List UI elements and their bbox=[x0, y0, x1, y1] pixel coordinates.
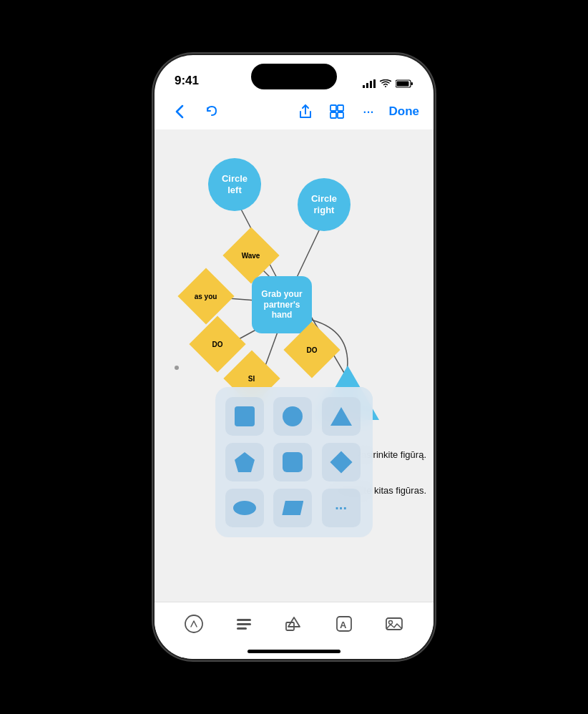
svg-point-19 bbox=[185, 615, 202, 632]
canvas-area[interactable]: Circle left Circle right Wave as you Gra… bbox=[155, 129, 433, 602]
svg-rect-10 bbox=[338, 112, 343, 118]
shape-more-button[interactable]: ··· bbox=[322, 489, 361, 527]
shape-oval-button[interactable] bbox=[225, 489, 264, 527]
toolbar-right: ··· Done bbox=[295, 101, 420, 122]
svg-rect-3 bbox=[373, 79, 376, 88]
circle-right-label: Circle right bbox=[311, 193, 337, 215]
shape-square-button[interactable] bbox=[225, 397, 264, 436]
svg-rect-6 bbox=[397, 82, 409, 87]
svg-rect-2 bbox=[370, 81, 372, 88]
media-tool-button[interactable] bbox=[381, 611, 407, 637]
battery-icon bbox=[396, 79, 413, 88]
oval-icon bbox=[233, 501, 256, 515]
shape-diamond-button[interactable] bbox=[322, 443, 361, 481]
format-tool-button[interactable]: A bbox=[331, 611, 357, 637]
svg-text:A: A bbox=[340, 620, 347, 630]
shapes-tool-button[interactable] bbox=[281, 611, 307, 637]
shape-circle-button[interactable] bbox=[273, 397, 312, 436]
wave-diamond[interactable]: Wave bbox=[222, 227, 279, 283]
status-icons bbox=[363, 79, 413, 88]
list-tool-button[interactable] bbox=[231, 611, 257, 637]
circle-left-node[interactable]: Circle left bbox=[208, 158, 261, 211]
shape-picker-panel: ··· bbox=[215, 387, 373, 537]
square-icon bbox=[235, 406, 255, 426]
more-shapes-icon: ··· bbox=[335, 500, 347, 517]
share-button[interactable] bbox=[295, 101, 316, 122]
scroll-indicator bbox=[175, 366, 179, 370]
asyou-diamond[interactable]: as you bbox=[177, 268, 234, 324]
svg-rect-7 bbox=[330, 105, 336, 111]
toolbar-left bbox=[169, 101, 223, 122]
si-label: SI bbox=[248, 374, 255, 382]
more-button[interactable]: ··· bbox=[358, 101, 379, 122]
phone-frame: 9:41 bbox=[155, 55, 433, 659]
svg-rect-0 bbox=[363, 85, 365, 88]
do-left-label: DO bbox=[212, 341, 223, 348]
asyou-label: as you bbox=[195, 293, 217, 300]
diamond-icon bbox=[330, 451, 352, 473]
svg-rect-21 bbox=[237, 623, 251, 625]
back-button[interactable] bbox=[169, 101, 190, 122]
toolbar: ··· Done bbox=[155, 94, 433, 129]
svg-rect-9 bbox=[330, 112, 336, 118]
pentagon-icon bbox=[235, 452, 255, 472]
svg-rect-22 bbox=[237, 627, 247, 630]
shape-triangle-button[interactable] bbox=[322, 397, 361, 436]
parallelogram-icon bbox=[282, 501, 303, 515]
shape-rounded-sq-button[interactable] bbox=[273, 443, 312, 481]
wave-label: Wave bbox=[242, 251, 260, 259]
wifi-icon bbox=[380, 79, 391, 88]
circle-icon bbox=[283, 406, 303, 426]
circle-right-node[interactable]: Circle right bbox=[298, 178, 351, 231]
dynamic-island bbox=[251, 64, 337, 89]
do-right-label: DO bbox=[307, 346, 318, 354]
svg-point-27 bbox=[389, 620, 393, 624]
undo-button[interactable] bbox=[202, 101, 223, 122]
svg-rect-1 bbox=[366, 83, 368, 88]
svg-rect-8 bbox=[338, 105, 343, 111]
shape-pentagon-button[interactable] bbox=[225, 443, 264, 481]
svg-rect-20 bbox=[237, 619, 251, 621]
center-node-label: Grab your partner's hand bbox=[261, 289, 302, 320]
triangle-icon bbox=[330, 407, 352, 426]
signal-icon bbox=[363, 79, 376, 88]
home-indicator bbox=[248, 650, 340, 653]
svg-rect-5 bbox=[411, 82, 413, 85]
rounded-square-icon bbox=[283, 452, 303, 472]
shape-parallelogram-button[interactable] bbox=[273, 489, 312, 527]
status-time: 9:41 bbox=[175, 74, 199, 88]
pen-tool-button[interactable] bbox=[181, 611, 207, 637]
grid-button[interactable] bbox=[326, 101, 348, 122]
done-button[interactable]: Done bbox=[389, 104, 420, 119]
center-node[interactable]: Grab your partner's hand bbox=[252, 276, 312, 333]
circle-left-label: Circle left bbox=[222, 173, 248, 195]
